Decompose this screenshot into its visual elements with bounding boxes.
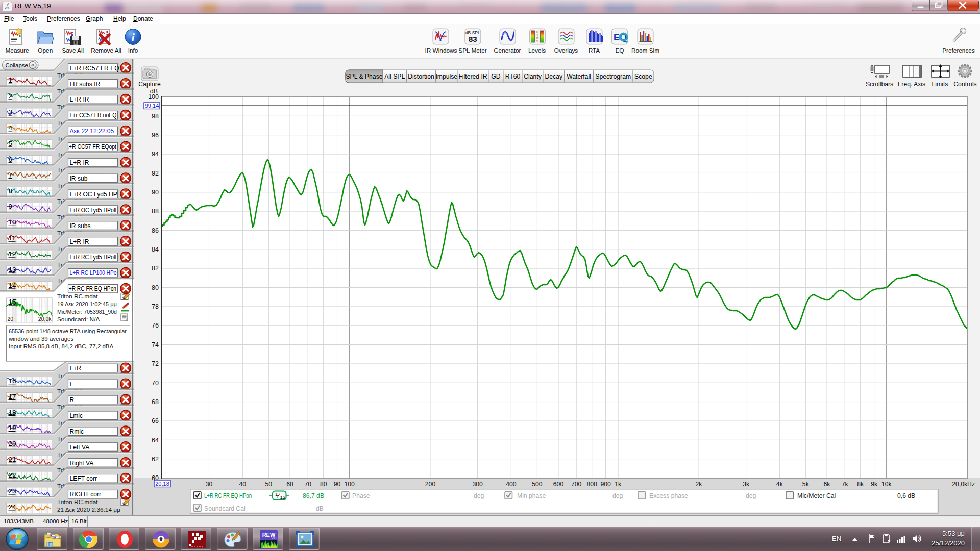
svg-text:deg: deg xyxy=(474,492,484,499)
svg-text:Triton RC.mdat: Triton RC.mdat xyxy=(57,293,98,300)
svg-text:84: 84 xyxy=(152,246,159,253)
svg-text:68: 68 xyxy=(152,398,159,406)
svg-text:20: 20 xyxy=(9,440,16,447)
svg-text:10k: 10k xyxy=(881,481,892,488)
svg-text:L+R OC Lyd5 HPoff: L+R OC Lyd5 HPoff xyxy=(70,207,117,214)
svg-text:12: 12 xyxy=(9,250,16,258)
svg-text:2: 2 xyxy=(9,92,13,100)
svg-text:7: 7 xyxy=(9,171,13,179)
svg-text:19 Δεκ 2020 1:02:45 μμ: 19 Δεκ 2020 1:02:45 μμ xyxy=(57,300,117,308)
svg-text:4: 4 xyxy=(9,124,13,132)
svg-text:L+r CC57 FR noEQ: L+r CC57 FR noEQ xyxy=(70,112,117,119)
svg-text:L+R RC LP100 HPo: L+R RC LP100 HPo xyxy=(70,269,117,277)
svg-text:12: 12 xyxy=(280,494,286,500)
svg-text:10: 10 xyxy=(9,218,16,226)
svg-text:L: L xyxy=(70,381,74,388)
svg-text:L+R IR: L+R IR xyxy=(70,96,89,103)
svg-text:9: 9 xyxy=(9,203,13,210)
svg-text:1k: 1k xyxy=(615,481,622,488)
svg-text:90: 90 xyxy=(152,189,159,196)
svg-text:LR subs IR: LR subs IR xyxy=(70,81,101,88)
svg-text:60: 60 xyxy=(286,481,293,488)
svg-text:20,0k: 20,0k xyxy=(38,316,52,322)
svg-text:74: 74 xyxy=(152,341,159,348)
svg-text:Δεκ 22 12:22:05: Δεκ 22 12:22:05 xyxy=(70,128,114,135)
svg-text:18: 18 xyxy=(9,409,16,416)
svg-text:66: 66 xyxy=(152,417,159,424)
svg-text:0,6 dB: 0,6 dB xyxy=(897,492,915,499)
svg-text:86: 86 xyxy=(152,227,159,234)
svg-text:1: 1 xyxy=(275,491,278,497)
svg-text:9k: 9k xyxy=(871,481,878,488)
svg-text:78: 78 xyxy=(152,303,159,310)
svg-text:6k: 6k xyxy=(824,481,831,488)
svg-text:92: 92 xyxy=(152,170,159,177)
svg-text:13: 13 xyxy=(9,266,16,273)
svg-text:5: 5 xyxy=(9,140,13,147)
svg-text:72: 72 xyxy=(152,360,159,367)
svg-text:SPL & Phase: SPL & Phase xyxy=(346,73,382,80)
svg-text:600: 600 xyxy=(553,481,564,488)
svg-text:80: 80 xyxy=(320,481,327,488)
svg-text:RIGHT corr: RIGHT corr xyxy=(70,491,102,498)
svg-text:deg: deg xyxy=(612,492,623,499)
svg-text:Impulse: Impulse xyxy=(435,73,457,80)
svg-text:Phase: Phase xyxy=(352,492,370,499)
svg-text:L+R IR: L+R IR xyxy=(70,238,89,245)
svg-text:24: 24 xyxy=(9,503,17,511)
svg-text:Min phase: Min phase xyxy=(517,492,546,499)
svg-text:7k: 7k xyxy=(842,481,849,488)
svg-text:3: 3 xyxy=(9,108,13,116)
svg-text:86,7 dB: 86,7 dB xyxy=(303,492,324,499)
svg-text:19: 19 xyxy=(9,424,16,432)
svg-text:V5.1: V5.1 xyxy=(272,537,277,540)
svg-text:Freq. Axis: Freq. Axis xyxy=(898,81,925,88)
svg-text:L+R RC FR EQ HPon: L+R RC FR EQ HPon xyxy=(204,492,252,499)
svg-text:Rmic: Rmic xyxy=(70,428,84,435)
svg-text:Mic/Meter: 7053981_90d: Mic/Meter: 7053981_90d xyxy=(57,308,117,315)
svg-text:70: 70 xyxy=(304,481,311,488)
svg-text:deg: deg xyxy=(746,492,756,499)
svg-text:100: 100 xyxy=(148,93,159,101)
svg-text:1: 1 xyxy=(9,77,13,84)
svg-text:14: 14 xyxy=(9,282,17,289)
svg-text:IR subs: IR subs xyxy=(70,222,91,230)
svg-text:76: 76 xyxy=(152,322,159,329)
svg-text:99,14: 99,14 xyxy=(145,103,159,109)
svg-text:98: 98 xyxy=(152,113,159,120)
svg-text:100: 100 xyxy=(345,481,355,488)
svg-text:20,0kHz: 20,0kHz xyxy=(952,481,975,488)
svg-text:50: 50 xyxy=(265,481,273,488)
svg-text:Controls: Controls xyxy=(953,81,976,88)
svg-text:88: 88 xyxy=(152,208,159,215)
svg-text:21: 21 xyxy=(9,456,16,463)
svg-text:900: 900 xyxy=(600,481,611,488)
svg-text:65536-point 1/48 octave RTA us: 65536-point 1/48 octave RTA using Rectan… xyxy=(9,328,127,334)
svg-text:40: 40 xyxy=(239,481,247,488)
svg-text:Right VA: Right VA xyxy=(70,460,94,467)
svg-text:All SPL: All SPL xyxy=(384,73,405,80)
svg-text:L+R: L+R xyxy=(70,365,82,372)
svg-text:21 Δεκ 2020 2:36:14 μμ: 21 Δεκ 2020 2:36:14 μμ xyxy=(57,506,120,513)
svg-text:Clarity: Clarity xyxy=(524,73,542,80)
svg-text:70: 70 xyxy=(152,380,159,387)
svg-text:GD: GD xyxy=(491,73,500,80)
svg-text:Lmic: Lmic xyxy=(70,412,83,419)
svg-text:500: 500 xyxy=(532,481,543,488)
svg-text:96: 96 xyxy=(152,132,159,139)
svg-text:L+R RC57 FR EQ: L+R RC57 FR EQ xyxy=(70,65,119,72)
svg-text:Capture: Capture xyxy=(138,81,161,88)
svg-text:3k: 3k xyxy=(743,481,750,488)
svg-text:16: 16 xyxy=(9,377,16,385)
svg-text:700: 700 xyxy=(571,481,582,488)
svg-text:400: 400 xyxy=(506,481,517,488)
svg-text:22: 22 xyxy=(9,471,16,479)
svg-text:200: 200 xyxy=(425,481,436,488)
svg-text:Limits: Limits xyxy=(932,81,948,88)
svg-text:20: 20 xyxy=(8,316,14,322)
svg-text:Left VA: Left VA xyxy=(70,444,90,451)
svg-text:62: 62 xyxy=(152,456,159,463)
svg-text:17: 17 xyxy=(9,393,16,400)
svg-text:dB: dB xyxy=(316,505,324,512)
svg-text:Collapse: Collapse xyxy=(6,62,28,68)
